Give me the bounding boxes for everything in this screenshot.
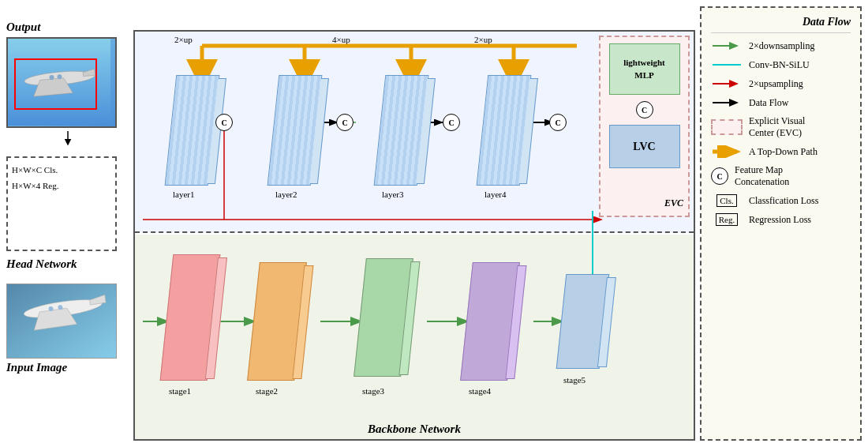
topdown-arrow-icon — [711, 145, 743, 158]
concat-circle-4: C — [549, 114, 567, 131]
legend-item-conv: Conv-BN-SiLU — [711, 58, 851, 71]
legend-item-evc: Explicit VisualCenter (EVC) — [711, 115, 851, 139]
legend-panel: Data Flow 2×downsampling Conv-BN-SiLU — [700, 6, 862, 441]
evc-label: EVC — [664, 197, 683, 209]
stage4-block — [460, 262, 520, 381]
input-section: Input Image — [6, 284, 129, 374]
output-image — [6, 37, 117, 128]
left-panel: Output — [6, 6, 129, 441]
stage4-label: stage4 — [469, 386, 491, 396]
upsampling-arrow-icon — [711, 77, 743, 90]
stage3-block — [354, 258, 413, 377]
layer3-block — [374, 75, 429, 186]
legend-item-reg: Reg. Regression Loss — [711, 213, 851, 226]
red-bounding-box — [14, 58, 97, 110]
concat-circle-2: C — [336, 114, 354, 131]
stage5-label: stage5 — [563, 375, 586, 385]
evc-concat-circle: C — [636, 101, 653, 118]
evc-legend-label: Explicit VisualCenter (EVC) — [749, 115, 805, 139]
output-down-arrow — [6, 130, 129, 145]
conv-label: Conv-BN-SiLU — [749, 59, 810, 71]
evc-box-icon — [711, 119, 743, 135]
hxwxc-cls-text: H×W×C Cls. — [12, 163, 111, 178]
layer2-block — [268, 75, 323, 186]
concat-circle-1: C — [215, 114, 233, 131]
reg-label: Regression Loss — [749, 214, 811, 226]
layer3-label: layer3 — [382, 190, 403, 199]
layer1-label: layer1 — [173, 190, 194, 199]
concat-circle-3: C — [443, 114, 460, 131]
legend-item-upsampling: 2×upsampling — [711, 77, 851, 90]
stage5-block — [556, 274, 610, 369]
stage1-label: stage1 — [169, 386, 191, 396]
stage2-block — [247, 262, 307, 381]
head-area: 2×up 4×up 2×up — [135, 32, 694, 233]
lvc-label: LVC — [633, 141, 655, 153]
up2x-label-1: 2×up — [174, 35, 193, 44]
up2x-label-2: 2×up — [474, 35, 492, 44]
cls-icon: Cls. — [711, 194, 743, 207]
input-plane-svg — [7, 284, 117, 359]
layer2-label: layer2 — [275, 190, 297, 199]
cls-label: Classfication Loss — [749, 195, 818, 207]
lvc-box: LVC — [609, 125, 680, 168]
legend-item-topdown: A Top-Down Path — [711, 145, 851, 158]
head-network-box: H×W×C Cls. H×W×4 Reg. — [6, 156, 117, 251]
input-image-label: Input Image — [6, 361, 129, 374]
upsampling-label: 2×upsampling — [749, 78, 803, 90]
head-network-label: Head Network — [6, 257, 129, 271]
legend-item-dataflow: Data Flow — [711, 96, 851, 109]
main-container: Output — [0, 0, 868, 447]
output-section: Output — [6, 21, 129, 147]
stage3-label: stage3 — [362, 386, 384, 396]
hxwx4-reg-text: H×W×4 Reg. — [12, 178, 111, 194]
stage1-block — [160, 254, 221, 381]
evc-box: lightweightMLP C LVC EVC — [599, 36, 690, 217]
layer4-label: layer4 — [485, 190, 506, 199]
mlp-label: lightweightMLP — [623, 57, 665, 81]
head-network-content: H×W×C Cls. H×W×4 Reg. — [12, 163, 111, 194]
legend-item-downsampling: 2×downsampling — [711, 39, 851, 52]
downsampling-label: 2×downsampling — [749, 40, 814, 52]
backbone-label: Backbone Network — [135, 423, 694, 436]
mlp-box: lightweightMLP — [609, 43, 680, 95]
stage2-label: stage2 — [256, 386, 278, 396]
legend-item-cls: Cls. Classfication Loss — [711, 194, 851, 207]
concat-legend-label: Feature MapConcatenation — [735, 164, 789, 188]
backbone-area: stage1 stage2 stage3 stage4 stage5 Bac — [135, 235, 694, 439]
topdown-label: A Top-Down Path — [749, 146, 817, 158]
concat-circle-icon: C — [711, 167, 728, 185]
legend-item-concat: C Feature MapConcatenation — [711, 164, 851, 188]
layer4-block — [477, 75, 532, 186]
conv-line-icon — [711, 58, 743, 71]
reg-icon: Reg. — [711, 213, 743, 226]
layer1-block — [165, 75, 220, 186]
input-image — [6, 284, 117, 359]
output-label: Output — [6, 21, 129, 34]
dataflow-arrow-icon — [711, 96, 743, 109]
down-arrow-svg — [60, 130, 76, 145]
downsampling-arrow-icon — [711, 39, 743, 52]
legend-title: Data Flow — [711, 16, 851, 33]
dataflow-label: Data Flow — [749, 97, 788, 109]
up4x-label: 4×up — [332, 35, 350, 44]
center-diagram: 2×up 4×up 2×up — [133, 30, 695, 441]
